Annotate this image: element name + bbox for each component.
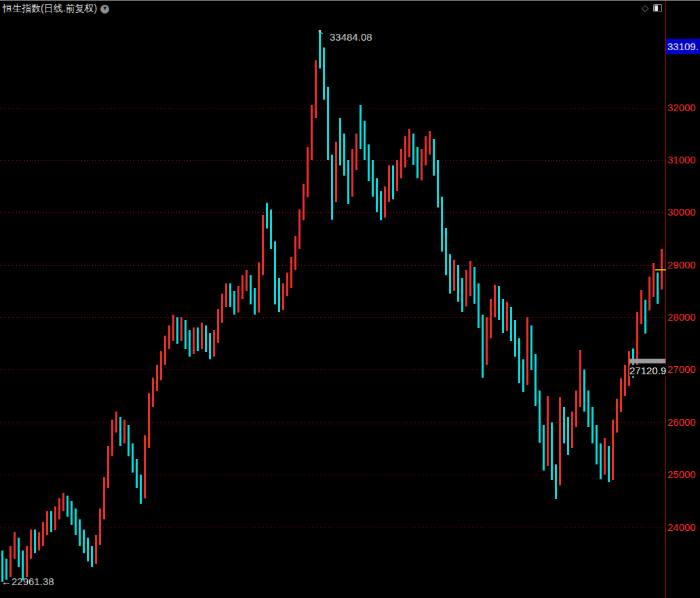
high-point-annotation: 33484.08 <box>330 31 372 43</box>
candle-bar <box>429 131 431 155</box>
candle-bar <box>579 350 581 407</box>
candle-bar <box>539 391 541 443</box>
y-axis-tick-label: 30000 <box>667 206 696 218</box>
candle-bar <box>233 291 235 315</box>
candle-bar <box>518 338 520 383</box>
candle-bar <box>14 532 16 559</box>
candle-bar <box>315 60 317 118</box>
candle-bar <box>339 118 341 165</box>
candle-bar <box>343 134 345 176</box>
candle-bar <box>461 278 463 312</box>
candle-bar <box>445 228 447 275</box>
candle-bar <box>571 412 573 448</box>
candle-bar <box>62 493 64 511</box>
candle-bar <box>294 236 296 270</box>
candle-bar <box>262 215 264 275</box>
candle-bar <box>290 257 292 288</box>
candle-bar <box>433 139 435 176</box>
candle-bar <box>514 320 516 357</box>
candle-bar <box>449 254 451 294</box>
candle-bar <box>50 511 52 532</box>
candle-bar <box>180 317 182 341</box>
instrument-title: 恒生指数(日线.前复权) <box>3 3 97 15</box>
candle-bar <box>140 475 142 504</box>
candle-bar <box>396 160 398 191</box>
candle-bar <box>575 391 577 427</box>
candle-bar <box>555 464 557 499</box>
panel-layout-icon[interactable] <box>653 4 662 12</box>
candle-bar <box>148 393 150 448</box>
candle-bar <box>616 399 618 433</box>
gridline <box>0 422 665 423</box>
candle-bar <box>380 191 382 220</box>
high-point-arrow-icon: ↖ <box>317 28 324 37</box>
candle-bar <box>115 412 117 433</box>
candle-bar <box>71 501 73 525</box>
candle-bar <box>274 241 276 304</box>
y-axis[interactable]: 33109. 320003100030000290002800027000260… <box>665 1 700 598</box>
candle-bar <box>156 365 158 391</box>
candle-bar <box>46 511 48 535</box>
candle-bar <box>266 203 268 228</box>
candle-bar <box>425 136 427 165</box>
candle-bar <box>184 320 187 349</box>
candle-bar <box>421 149 423 180</box>
candle-bar <box>600 443 602 479</box>
y-axis-tick-label: 25000 <box>667 469 696 480</box>
candle-bar <box>624 365 626 396</box>
candle-bar <box>282 283 284 310</box>
candle-bar <box>136 459 138 488</box>
candle-bar <box>453 260 455 291</box>
candle-bar <box>551 422 553 480</box>
candle-bar <box>384 186 386 218</box>
candle-bar <box>26 546 28 577</box>
candle-bar <box>494 285 496 317</box>
candle-bar <box>30 530 32 559</box>
candle-bar <box>87 538 89 561</box>
y-axis-tick-label: 24000 <box>667 521 696 533</box>
candle-bar <box>392 165 394 199</box>
candle-bar <box>193 327 195 354</box>
y-axis-tick-label: 29000 <box>667 259 696 271</box>
candle-bar <box>95 535 97 564</box>
y-axis-line <box>665 1 666 598</box>
candle-bar <box>640 290 642 324</box>
candle-bar <box>331 155 333 220</box>
y-axis-tick-label: 32000 <box>667 102 696 113</box>
candle-bar <box>176 317 178 344</box>
gridline <box>0 108 665 108</box>
candle-bar <box>465 270 467 306</box>
candle-bar <box>437 160 439 207</box>
candle-bar <box>543 425 545 471</box>
candle-bar <box>482 315 484 378</box>
candle-bar <box>335 142 337 202</box>
candle-bar <box>213 330 215 357</box>
candle-bar <box>368 144 370 181</box>
candle-bar <box>506 302 508 331</box>
candle-bar <box>189 330 191 357</box>
candle-bar <box>298 210 300 249</box>
candle-bar <box>351 149 353 197</box>
gridline <box>0 370 665 370</box>
candle-bar <box>620 378 622 412</box>
candle-bar <box>416 147 419 178</box>
candle-bar <box>144 435 146 498</box>
candle-bar <box>563 407 565 443</box>
candle-bar <box>473 267 475 304</box>
chevron-down-circle-icon[interactable]: ▼ <box>100 5 109 14</box>
candle-bar <box>168 325 170 349</box>
candle-bar <box>534 354 537 406</box>
candle-bar <box>530 325 532 370</box>
close-price-tick <box>655 269 666 271</box>
last-price-marker-bar <box>629 359 665 363</box>
candle-bar <box>254 288 256 315</box>
candle-bar <box>648 277 650 311</box>
candle-bar <box>644 300 646 334</box>
diamond-icon[interactable]: ◇ <box>642 3 648 12</box>
candle-bar <box>241 275 244 299</box>
candle-bar <box>197 327 199 351</box>
candle-bar <box>229 283 231 307</box>
candle-bar <box>376 178 378 212</box>
candle-bar <box>237 286 239 313</box>
candlestick-plot-area[interactable] <box>0 1 665 598</box>
